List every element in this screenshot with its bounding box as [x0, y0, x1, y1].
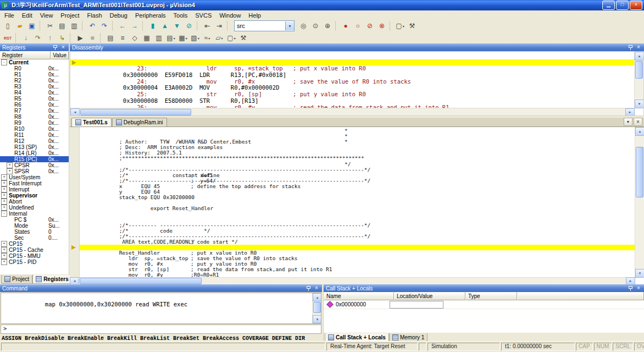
disassembly-line[interactable]: 26: mov r0, #y ; put y value into R0: [70, 91, 635, 98]
scroll-left-icon[interactable]: [70, 108, 80, 116]
pin-icon[interactable]: [627, 45, 634, 51]
minimize-button[interactable]: ▁: [602, 1, 615, 10]
register-row[interactable]: R2 0x...: [0, 78, 69, 84]
register-row[interactable]: R11 0x...: [0, 132, 69, 138]
tree-expander-icon[interactable]: +: [1, 193, 7, 199]
register-row[interactable]: + Interrupt: [0, 186, 69, 193]
code-line[interactable]: [70, 200, 635, 206]
breakpoint-disable-icon[interactable]: ○: [352, 21, 363, 31]
register-row[interactable]: R15 (PC) 0x...: [0, 156, 69, 162]
maximize-button[interactable]: □: [616, 1, 629, 10]
scroll-up-icon[interactable]: [635, 127, 644, 136]
tree-expander-icon[interactable]: +: [1, 180, 7, 186]
command-input[interactable]: >: [1, 324, 321, 334]
register-row[interactable]: + CP15 - PID: [0, 259, 69, 265]
bookmark-toggle-icon[interactable]: ▮: [147, 21, 158, 31]
code-line[interactable]: [70, 189, 635, 195]
disassembly-horizontal-scrollbar[interactable]: [70, 108, 635, 116]
register-row[interactable]: R12 0x...: [0, 138, 69, 144]
register-row[interactable]: R1 0x...: [0, 72, 69, 78]
breakpoint-kill-all-icon[interactable]: ⊗: [376, 21, 387, 31]
register-row[interactable]: R14 (LR) 0x...: [0, 150, 69, 156]
name-column-label[interactable]: Name: [324, 292, 394, 300]
cut-icon[interactable]: ✂: [45, 21, 55, 31]
stop-icon[interactable]: ■: [87, 33, 98, 43]
scroll-left-icon[interactable]: [70, 277, 79, 284]
register-row[interactable]: + User/System: [0, 174, 69, 180]
step-out-icon[interactable]: ↑: [45, 33, 55, 43]
register-row[interactable]: Sec 0....: [0, 235, 69, 241]
close-panel-icon[interactable]: [313, 285, 320, 292]
bookmark-clear-icon[interactable]: ⊘: [184, 21, 195, 31]
toolbox-icon[interactable]: ⚒: [238, 33, 249, 43]
register-row[interactable]: R10 0x...: [0, 126, 69, 132]
code-line[interactable]: stack_top EQU 0x30200000 ; define the to…: [70, 184, 635, 189]
register-row[interactable]: + CP15 - MMU: [0, 253, 69, 259]
menu-item[interactable]: SVCS: [191, 12, 215, 19]
tab-registers[interactable]: Registers: [32, 275, 72, 284]
nav-forward-icon[interactable]: →: [129, 21, 140, 31]
scrollbar-thumb[interactable]: [313, 302, 321, 313]
tab-list-icon[interactable]: [624, 118, 632, 126]
memory-window-icon[interactable]: ▦▾: [177, 33, 188, 43]
code-line[interactable]: Reset_Handler ; code start */: [70, 239, 635, 245]
disassembly-window-icon[interactable]: ≡: [117, 33, 128, 43]
tree-expander-icon[interactable]: +: [1, 247, 7, 253]
code-line[interactable]: ;/*-------------------------------------…: [70, 156, 635, 161]
code-line[interactable]: ldr sp, =stack_top: [70, 245, 635, 250]
save-icon[interactable]: ▣: [26, 21, 37, 31]
code-line[interactable]: ;/* code */: [70, 217, 635, 223]
disassembly-vertical-scrollbar[interactable]: [634, 52, 643, 108]
reset-icon[interactable]: RST: [2, 33, 13, 43]
close-button[interactable]: ×: [630, 1, 642, 10]
code-line[interactable]: mov r0, #y ; put y value into R0: [70, 261, 635, 267]
tree-expander-icon[interactable]: +: [1, 241, 7, 247]
register-row[interactable]: R13 (SP) 0x...: [0, 144, 69, 150]
copy-icon[interactable]: ▤: [57, 21, 68, 31]
tab-debuginram-ini[interactable]: DebugInRam.ini: [112, 118, 167, 127]
menu-item[interactable]: Edit: [18, 12, 36, 19]
window-select-icon[interactable]: ▢▾: [395, 21, 406, 31]
menu-item[interactable]: Debug: [106, 12, 131, 19]
open-folder-icon[interactable]: ▰: [14, 21, 25, 31]
tree-expander-icon[interactable]: -: [1, 59, 7, 65]
register-row[interactable]: PC $ 0x...: [0, 217, 69, 223]
watch-window-icon[interactable]: ▤▾: [165, 33, 176, 43]
pin-icon[interactable]: [305, 285, 312, 292]
menu-item[interactable]: Flash: [84, 12, 106, 19]
menu-item[interactable]: Tools: [170, 12, 192, 19]
value-column-label[interactable]: Value: [51, 51, 69, 59]
register-row[interactable]: + CPSR 0x...: [0, 162, 69, 168]
register-row[interactable]: R8 0x...: [0, 114, 69, 120]
type-column-label[interactable]: Type: [465, 292, 517, 300]
configure-target-icon[interactable]: ⚒: [407, 21, 418, 31]
code-line[interactable]: str r0, [sp] ; save the value of R0 into…: [70, 256, 635, 261]
nav-back-icon[interactable]: ←: [117, 21, 128, 31]
run-icon[interactable]: ▶: [75, 33, 86, 43]
callstack-window-icon[interactable]: ▥: [153, 33, 164, 43]
register-column-label[interactable]: Register: [0, 51, 51, 59]
find-icon[interactable]: ⊙: [310, 21, 321, 31]
disassembly-line[interactable]: 0x30000004 E3A0002D MOV R0,#0x0000002D: [70, 72, 635, 79]
code-line[interactable]: export Reset_Handler: [70, 195, 635, 200]
scrollbar-thumb[interactable]: [635, 61, 643, 79]
code-line[interactable]: ;/*-------------------------------------…: [70, 223, 635, 228]
register-row[interactable]: - Current: [0, 59, 69, 65]
menu-item[interactable]: Project: [57, 12, 83, 19]
combo-dropdown-icon[interactable]: [285, 21, 294, 30]
scroll-down-icon[interactable]: [635, 100, 644, 108]
menu-item[interactable]: Help: [245, 12, 265, 19]
menu-item[interactable]: Peripherals: [131, 12, 170, 19]
callstack-row[interactable]: 0x00000000: [324, 300, 644, 309]
code-line[interactable]: ;/*--------- ---------------------------…: [70, 211, 635, 217]
command-vertical-scrollbar[interactable]: [312, 293, 321, 323]
step-over-icon[interactable]: ↷: [32, 33, 43, 43]
indent-icon[interactable]: ⇥: [214, 21, 225, 31]
close-panel-icon[interactable]: [635, 45, 642, 51]
disassembly-line[interactable]: 0x3000000C E3A00040 MOV R0,#0x00000040: [70, 98, 635, 105]
analysis-window-icon[interactable]: ≈▾: [202, 33, 213, 43]
tree-expander-icon[interactable]: +: [1, 259, 7, 265]
text-search-combo[interactable]: src: [234, 20, 295, 31]
scroll-right-icon[interactable]: [626, 277, 635, 284]
register-row[interactable]: + Supervisor: [0, 193, 69, 199]
